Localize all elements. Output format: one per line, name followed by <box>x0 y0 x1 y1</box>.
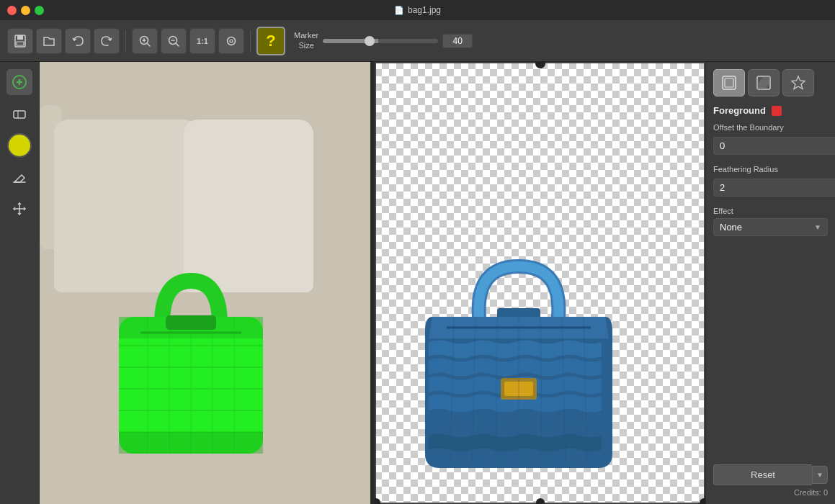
credits-bar: Credits: 0 <box>713 485 828 497</box>
maximize-button[interactable] <box>35 6 44 15</box>
title-text: bag1.jpg <box>408 5 441 15</box>
effect-value: None <box>720 222 814 233</box>
offset-boundary-input[interactable] <box>713 137 835 155</box>
offset-boundary-input-row: ▲ ▼ <box>713 135 828 156</box>
undo-button[interactable] <box>65 28 91 54</box>
zoom-out-button[interactable] <box>161 28 187 54</box>
offset-boundary-section: Offset the Boundary ▲ ▼ <box>713 123 828 156</box>
credits-text: Credits: 0 <box>794 488 828 497</box>
svg-rect-1 <box>17 35 23 40</box>
reset-dropdown-arrow-icon: ▼ <box>816 471 823 479</box>
source-image-panel[interactable] <box>40 62 370 504</box>
right-panel: Foreground Offset the Boundary ▲ ▼ Feath… <box>705 62 835 504</box>
toolbar: 1:1 ? MarkerSize <box>0 20 835 62</box>
zoom-fit-button[interactable] <box>218 28 244 54</box>
help-button[interactable]: ? <box>256 27 285 55</box>
svg-rect-47 <box>725 78 733 87</box>
source-image <box>40 62 370 504</box>
foreground-label-row: Foreground <box>713 105 828 116</box>
blue-bag <box>418 245 620 475</box>
window-title: 📄 bag1.jpg <box>394 5 441 15</box>
svg-line-4 <box>148 43 151 46</box>
separator-2 <box>250 30 251 52</box>
background-erase-tool[interactable] <box>6 164 32 190</box>
zoom-in-button[interactable] <box>132 28 158 54</box>
tab-star[interactable] <box>782 69 814 96</box>
redo-button[interactable] <box>94 28 120 54</box>
move-tool[interactable] <box>6 196 32 222</box>
marker-size-slider[interactable] <box>323 39 438 43</box>
svg-point-10 <box>228 37 236 45</box>
svg-line-8 <box>177 43 179 46</box>
color-circle <box>9 135 30 156</box>
effect-select[interactable]: None ▼ <box>713 218 828 236</box>
svg-rect-2 <box>17 42 24 45</box>
minimize-button[interactable] <box>21 6 30 15</box>
panel-tabs <box>713 69 828 96</box>
foreground-label: Foreground <box>713 105 766 116</box>
file-icon: 📄 <box>394 6 404 15</box>
marker-size-label: MarkerSize <box>294 31 318 50</box>
titlebar: 📄 bag1.jpg <box>0 0 835 20</box>
svg-rect-34 <box>119 432 263 454</box>
traffic-lights <box>7 6 44 15</box>
feathering-radius-input-row: ▲ ▼ <box>713 176 828 198</box>
reset-dropdown-button[interactable]: ▼ <box>812 466 828 484</box>
offset-boundary-label: Offset the Boundary <box>713 123 828 132</box>
reset-row: Reset ▼ <box>713 464 828 485</box>
result-image-panel[interactable] <box>375 62 705 504</box>
marker-size-group: MarkerSize <box>294 31 473 50</box>
green-bag <box>97 252 285 468</box>
feathering-radius-input[interactable] <box>713 179 835 197</box>
tab-output[interactable] <box>713 69 745 96</box>
left-sidebar <box>0 62 40 504</box>
reset-button[interactable]: Reset <box>713 464 812 485</box>
svg-rect-15 <box>14 111 25 118</box>
main-content: Foreground Offset the Boundary ▲ ▼ Feath… <box>0 62 835 504</box>
result-image <box>375 62 705 504</box>
svg-marker-49 <box>792 76 805 89</box>
erase-tool[interactable] <box>6 101 32 127</box>
feathering-radius-section: Feathering Radius ▲ ▼ <box>713 165 828 198</box>
add-foreground-tool[interactable] <box>6 69 32 95</box>
save-button[interactable] <box>7 28 33 54</box>
open-button[interactable] <box>36 28 62 54</box>
effect-section: Effect None ▼ <box>713 207 828 236</box>
help-icon: ? <box>266 32 275 50</box>
panel-spacer <box>713 245 828 459</box>
effect-label: Effect <box>713 207 828 215</box>
svg-point-11 <box>230 40 233 42</box>
feathering-radius-label: Feathering Radius <box>713 165 828 174</box>
color-picker-tool[interactable] <box>6 132 32 158</box>
tab-matte[interactable] <box>748 69 780 96</box>
zoom-reset-button[interactable]: 1:1 <box>189 28 215 54</box>
close-button[interactable] <box>7 6 17 15</box>
separator <box>125 30 126 52</box>
marker-size-input[interactable] <box>442 34 473 48</box>
canvas-area <box>40 62 705 504</box>
effect-dropdown-arrow: ▼ <box>814 223 821 231</box>
zoom-reset-label: 1:1 <box>197 37 208 45</box>
foreground-indicator <box>772 106 782 116</box>
svg-rect-32 <box>166 315 216 330</box>
